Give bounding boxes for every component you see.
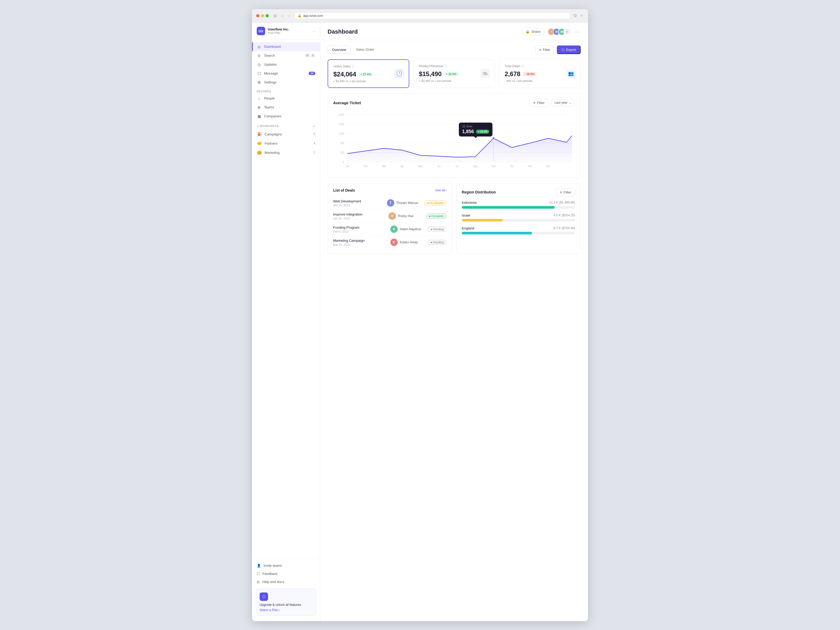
stat-badge-up: + 27.4%	[358, 72, 373, 76]
region-title: Region Distribution	[462, 190, 496, 194]
forward-icon[interactable]: ›	[287, 13, 291, 18]
brand-plan: Free Plan	[268, 31, 289, 35]
stat-badge-up: + 32.5%	[444, 72, 459, 76]
address-bar[interactable]: 🔒 app.lunar.com	[294, 12, 570, 19]
dashboard-icon: ◎	[257, 45, 261, 49]
export-button[interactable]: ⬡ Export	[557, 46, 581, 54]
sidebar-item-people[interactable]: ○ People	[252, 94, 320, 103]
upgrade-box: ⬡ Upgrade & unlock all features. Select …	[256, 589, 316, 616]
tabs-container: Overview Sales Order ≡ Filter ⬡	[328, 46, 581, 54]
sidebar-item-label: Dashboard	[264, 45, 281, 49]
brand-section[interactable]: Ux Uxerflow Inc. Free Plan	[257, 27, 289, 35]
person-avatar: A	[390, 226, 398, 233]
region-name: Israel	[462, 213, 470, 217]
close-button[interactable]	[256, 14, 259, 17]
svg-text:500: 500	[341, 142, 344, 145]
maximize-button[interactable]	[266, 14, 269, 17]
back-icon[interactable]: ‹	[280, 13, 285, 18]
deals-section: List of Deals See all › Web Development …	[328, 183, 452, 254]
help-item[interactable]: ◎ Help and docs	[252, 578, 320, 586]
person-avatar: R	[388, 212, 396, 220]
settings-icon: ⚙	[257, 81, 261, 85]
chart-filter-button[interactable]: ≡ Filter	[529, 99, 548, 107]
invite-teams-item[interactable]: 👤 Invite teams	[252, 562, 320, 570]
filter-icon: ≡	[534, 101, 535, 105]
see-all-link[interactable]: See all ›	[435, 188, 447, 192]
status-badge: ● On Review	[424, 200, 447, 205]
region-header: Region Distribution ≡ Filter	[462, 188, 575, 196]
sidebar-item-label: Teams	[264, 105, 274, 109]
main-content: Dashboard 🔒 Share T R M + ⋯	[320, 22, 588, 621]
minimize-button[interactable]	[261, 14, 264, 17]
sidebar-item-dashboard[interactable]: ◎ Dashboard	[252, 42, 320, 51]
chevron-icon[interactable]: ∨	[257, 125, 259, 128]
arrow-icon: ›	[279, 608, 280, 612]
download-icon[interactable]: ⊙	[573, 13, 577, 18]
status-badge: ● Complete	[426, 213, 447, 219]
add-avatar-button[interactable]: +	[563, 28, 571, 35]
marketing-count: 2	[313, 151, 315, 154]
stat-card-total-deals: Total Deals ⓘ 2,678 - 18.9% - 465 vs. La…	[499, 59, 581, 88]
updates-icon: ◷	[257, 63, 261, 67]
region-bar-bg	[462, 219, 575, 221]
person-name: Adam Alaydrus	[400, 227, 421, 231]
svg-text:0: 0	[343, 161, 344, 164]
sidebar-item-marketing[interactable]: 😊 Marketing 2	[252, 148, 320, 157]
deal-info: Marketing Campaign Mar 15, 2023	[333, 238, 387, 246]
more-options-button[interactable]: ⋯	[574, 28, 581, 36]
stat-card-active-sales: Active Sales ⓘ $24,064 + 27.4% + $1,865 …	[328, 59, 409, 88]
workspace-add-button[interactable]: +	[313, 124, 315, 129]
sidebar-item-teams[interactable]: ⊕ Teams	[252, 103, 320, 112]
svg-text:Jun: Jun	[437, 165, 441, 168]
traffic-lights	[256, 14, 269, 17]
select-plan-link[interactable]: Select a Plan ›	[260, 608, 313, 612]
feedback-item[interactable]: ☐ Feedback	[252, 570, 320, 578]
svg-text:2,000: 2,000	[339, 123, 344, 126]
region-bar-bg	[462, 232, 575, 234]
sidebar-item-partners[interactable]: 🤝 Partners 4	[252, 139, 320, 148]
stat-label: Total Deals ⓘ	[505, 64, 575, 68]
new-tab-icon[interactable]: ＋	[579, 13, 584, 18]
workspace-label: ∨ WORKSPACE	[257, 125, 279, 128]
info-icon: ⓘ	[521, 64, 524, 68]
sidebar-item-updates[interactable]: ◷ Updates	[252, 60, 320, 69]
tab-overview[interactable]: Overview	[328, 46, 351, 54]
region-bar	[462, 206, 555, 209]
svg-text:1,000: 1,000	[339, 132, 344, 135]
sidebar-item-search[interactable]: ⊙ Search ⌘ K	[252, 51, 320, 60]
svg-text:Dec: Dec	[546, 165, 550, 168]
region-filter-button[interactable]: ≡ Filter	[556, 188, 575, 196]
tab-list: Overview Sales Order	[328, 46, 379, 54]
deal-date: Jan 18, 2023	[333, 204, 384, 207]
share-button[interactable]: 🔒 Share	[522, 28, 545, 35]
marketing-emoji: 😊	[257, 150, 262, 155]
deal-item: Web Development Jan 18, 2023 T Thuram Ma…	[333, 197, 447, 210]
stat-value: 2,678	[505, 70, 520, 78]
workspace-section-header: ∨ WORKSPACE +	[252, 121, 320, 129]
time-period-select[interactable]: Last year ⌄	[551, 99, 575, 106]
chevron-down-icon[interactable]: ⌄	[313, 29, 315, 33]
sidebar-toggle-icon[interactable]: ⊟	[272, 13, 278, 18]
feedback-label: Feedback	[262, 572, 278, 576]
brand-name: Uxerflow Inc.	[268, 27, 289, 31]
sidebar-item-companies[interactable]: ▦ Companies	[252, 112, 320, 121]
deal-person: A Adam Alaydrus	[390, 226, 425, 233]
stat-badge-down: - 18.9%	[523, 72, 537, 76]
deals-title: List of Deals	[333, 188, 355, 193]
tab-sales-order[interactable]: Sales Order	[352, 46, 378, 54]
deal-info: Web Development Jan 18, 2023	[333, 199, 384, 207]
sidebar-item-message[interactable]: ☐ Message 24	[252, 69, 320, 78]
region-item-header: England 8.7 K ($705.46)	[462, 226, 575, 230]
stat-label: Product Revenue ⓘ	[419, 64, 489, 68]
message-icon: ☐	[257, 71, 261, 76]
stat-icon-people: 👥	[566, 69, 576, 78]
region-name: Indonesia	[462, 201, 477, 204]
people-icon: ○	[257, 96, 261, 101]
chevron-down-icon: ⌄	[569, 101, 572, 104]
filter-button[interactable]: ≡ Filter	[535, 46, 554, 54]
sidebar-item-campaigns[interactable]: 🎉 Campaigns 5	[252, 129, 320, 139]
sidebar-item-settings[interactable]: ⚙ Settings	[252, 78, 320, 87]
invite-teams-label: Invite teams	[264, 564, 282, 567]
person-name: Kotaro Amay	[400, 240, 418, 244]
deal-name: Marketing Campaign	[333, 238, 387, 243]
